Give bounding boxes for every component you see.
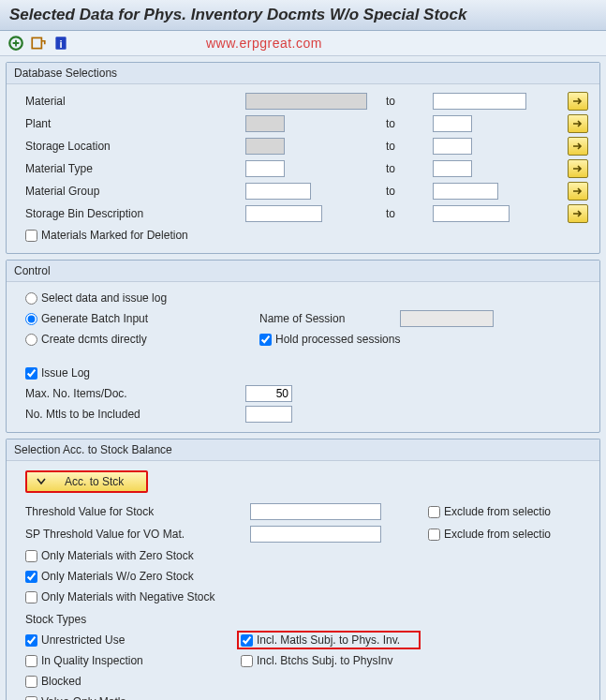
- material-group-to-input[interactable]: [433, 183, 498, 200]
- stock-balance-section: Selection Acc. to Stock Balance Acc. to …: [6, 439, 600, 700]
- svg-text:i: i: [59, 38, 62, 50]
- mtls-included-label: No. Mtls to be Included: [25, 408, 245, 421]
- marked-deletion-label: Materials Marked for Deletion: [41, 229, 188, 242]
- blocked-checkbox[interactable]: [25, 676, 37, 688]
- material-type-from-input[interactable]: [245, 160, 285, 177]
- page-title: Selected Data for Phys. Inventory Docmts…: [0, 0, 606, 31]
- exclude1-label: Exclude from selectio: [444, 505, 551, 518]
- blocked-label: Blocked: [41, 675, 81, 688]
- in-qi-label: In Quality Inspection: [41, 654, 143, 667]
- storage-location-more-button[interactable]: [568, 137, 588, 156]
- chevron-down-icon: [37, 475, 46, 488]
- storage-bin-to-input[interactable]: [433, 205, 510, 222]
- only-wo-zero-label: Only Materials W/o Zero Stock: [41, 570, 194, 583]
- only-zero-label: Only Materials with Zero Stock: [41, 549, 194, 562]
- row-plant: Plant to: [25, 112, 592, 135]
- hold-processed-checkbox[interactable]: [259, 334, 272, 346]
- material-type-more-button[interactable]: [568, 159, 588, 178]
- plant-from-input[interactable]: [245, 115, 285, 132]
- issue-log-label: Issue Log: [41, 366, 90, 380]
- marked-deletion-checkbox[interactable]: [25, 230, 37, 242]
- incl-matls-label: Incl. Matls Subj. to Phys. Inv.: [257, 633, 400, 647]
- material-label: Material: [25, 95, 245, 108]
- to-label: to: [377, 117, 433, 130]
- acc-to-stock-label: Acc. to Stck: [65, 475, 124, 488]
- exclude2-label: Exclude from selectio: [444, 528, 551, 541]
- sp-threshold-label: SP Threshold Value for VO Mat.: [25, 528, 250, 541]
- name-session-label: Name of Session: [259, 312, 400, 325]
- acc-to-stock-toggle[interactable]: Acc. to Stck: [25, 470, 148, 493]
- control-section: Control Select data and issue log Genera…: [6, 260, 600, 433]
- unrestricted-checkbox[interactable]: [25, 634, 37, 647]
- to-label: to: [377, 140, 433, 153]
- only-wo-zero-checkbox[interactable]: [25, 571, 37, 583]
- material-from-input[interactable]: [245, 93, 367, 110]
- material-group-from-input[interactable]: [245, 183, 311, 200]
- only-neg-checkbox[interactable]: [25, 591, 37, 603]
- threshold-input[interactable]: [250, 503, 381, 520]
- select-data-radio[interactable]: [25, 292, 37, 305]
- to-label: to: [377, 162, 433, 175]
- material-group-more-button[interactable]: [568, 182, 588, 201]
- watermark-text: www.erpgreat.com: [206, 36, 322, 51]
- max-items-label: Max. No. Items/Doc.: [25, 387, 245, 400]
- in-qi-checkbox[interactable]: [25, 655, 37, 667]
- toolbar: i www.erpgreat.com: [0, 31, 606, 56]
- incl-matls-checkbox[interactable]: [241, 634, 253, 647]
- row-material: Material to: [25, 90, 592, 112]
- exclude2-checkbox[interactable]: [428, 529, 440, 541]
- select-data-label: Select data and issue log: [41, 291, 167, 305]
- material-type-to-input[interactable]: [433, 160, 472, 177]
- to-label: to: [377, 185, 433, 198]
- generate-batch-radio[interactable]: [25, 313, 37, 325]
- sp-threshold-input[interactable]: [250, 526, 381, 543]
- value-only-label: Value-Only Matls: [41, 695, 126, 700]
- mtls-included-input[interactable]: [245, 406, 292, 423]
- material-group-label: Material Group: [25, 185, 245, 198]
- only-zero-checkbox[interactable]: [25, 550, 37, 562]
- stock-types-label: Stock Types: [25, 613, 592, 626]
- threshold-label: Threshold Value for Stock: [25, 505, 250, 518]
- value-only-checkbox[interactable]: [25, 696, 37, 701]
- storage-location-label: Storage Location: [25, 140, 245, 153]
- material-more-button[interactable]: [568, 92, 588, 111]
- material-to-input[interactable]: [433, 93, 526, 110]
- plant-more-button[interactable]: [568, 114, 588, 133]
- to-label: to: [377, 95, 433, 108]
- row-storage-bin: Storage Bin Description to: [25, 202, 592, 225]
- exclude1-checkbox[interactable]: [428, 506, 440, 518]
- database-selections-header: Database Selections: [7, 63, 599, 84]
- svg-rect-1: [32, 37, 41, 48]
- to-label: to: [377, 207, 433, 220]
- row-material-group: Material Group to: [25, 180, 592, 202]
- storage-bin-more-button[interactable]: [568, 204, 588, 223]
- plant-to-input[interactable]: [433, 115, 472, 132]
- incl-btchs-checkbox[interactable]: [241, 655, 253, 667]
- name-session-input[interactable]: [400, 310, 494, 327]
- control-header: Control: [7, 261, 599, 282]
- storage-location-from-input[interactable]: [245, 138, 285, 155]
- incl-btchs-label: Incl. Btchs Subj. to PhysInv: [257, 654, 392, 667]
- issue-log-checkbox[interactable]: [25, 367, 37, 380]
- hold-processed-label: Hold processed sessions: [275, 333, 400, 346]
- row-storage-location: Storage Location to: [25, 135, 592, 157]
- storage-bin-from-input[interactable]: [245, 205, 322, 222]
- execute-icon[interactable]: [7, 35, 24, 52]
- generate-batch-label: Generate Batch Input: [41, 312, 148, 325]
- unrestricted-label: Unrestricted Use: [41, 633, 125, 647]
- only-neg-label: Only Materials with Negative Stock: [41, 590, 214, 603]
- stock-balance-header: Selection Acc. to Stock Balance: [7, 439, 599, 461]
- database-selections-section: Database Selections Material to Plant to…: [6, 62, 600, 254]
- row-material-type: Material Type to: [25, 157, 592, 180]
- create-direct-radio[interactable]: [25, 334, 37, 346]
- info-icon[interactable]: i: [52, 35, 69, 52]
- storage-location-to-input[interactable]: [433, 138, 472, 155]
- plant-label: Plant: [25, 117, 245, 130]
- create-direct-label: Create dcmts directly: [41, 333, 147, 346]
- material-type-label: Material Type: [25, 162, 245, 175]
- row-marked-deletion: Materials Marked for Deletion: [25, 225, 592, 246]
- max-items-input[interactable]: [245, 385, 292, 402]
- variant-icon[interactable]: [30, 35, 47, 52]
- storage-bin-label: Storage Bin Description: [25, 207, 245, 220]
